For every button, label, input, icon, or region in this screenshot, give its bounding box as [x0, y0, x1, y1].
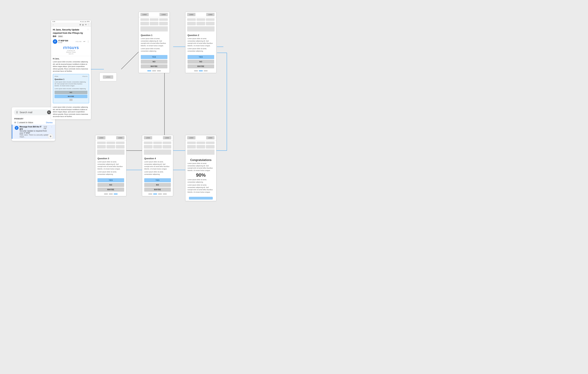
wf4-no-btn[interactable]: NO	[144, 183, 171, 187]
wfc-nav1	[187, 142, 196, 144]
wf1-img3	[159, 22, 168, 25]
wf3-yes-btn[interactable]: YES	[97, 178, 124, 182]
status-time: 6:59	[52, 21, 55, 22]
wf1-logo2: LOGO	[159, 13, 168, 16]
more-icon[interactable]: ⋮	[88, 23, 90, 26]
reply-icon[interactable]: ↩	[84, 40, 85, 43]
congrats-body3: Lorem ipsum dolor sit amet, consectetur …	[188, 184, 214, 193]
sender-info: IT MSP Bill to me	[58, 40, 75, 43]
wf4-dot4	[163, 193, 167, 195]
avatar: M	[15, 126, 19, 130]
message-subject: Security Update is required from your IT…	[20, 130, 50, 134]
email-body: Hi Jane, Lorem ipsum dolor sit amet, con…	[51, 56, 91, 74]
wfc-img2	[197, 145, 205, 148]
email-toolbar: ← ⊠ 🗑 ✉ ⋮	[51, 23, 91, 27]
gmail-sidebar: ☰ Search mail PRIMARY ✉ 1 unsent in Inbo…	[12, 107, 55, 141]
message-time: 9:32 PM	[44, 126, 50, 130]
wf3-dot1	[104, 193, 108, 195]
wf1-yes-btn[interactable]: YES	[141, 55, 168, 59]
eq-nav-btn[interactable]	[69, 99, 73, 101]
wf4-logo2: LOGO	[163, 136, 171, 139]
wf2-no-btn[interactable]: NO	[188, 60, 214, 64]
eq-header-left: PRSK	[54, 76, 58, 77]
email-title-area: Hi Jane, Security Update required from t…	[51, 27, 91, 39]
sender-name: IT MSP Bill	[58, 40, 75, 42]
eq-no-button[interactable]: NO	[54, 91, 87, 94]
wf4-img3	[163, 145, 171, 148]
wf4-body: Question 4 Lorem ipsum dolor sit amet, c…	[142, 156, 173, 177]
wfc-logo2: LOGO	[206, 136, 215, 139]
email-detail-panel: 6:59 ● ▲ ▲ ▲ 45% ← ⊠ 🗑 ✉ ⋮ Hi Jane, Secu…	[51, 21, 91, 119]
wf1-nav1	[140, 18, 149, 21]
wf3-img3	[116, 145, 125, 148]
wf1-subtext: Lorem ipsum dolor sit amet, consectetur …	[141, 48, 168, 52]
wf3-dot3	[114, 193, 117, 195]
archive-icon[interactable]: ⊠	[79, 23, 81, 26]
inbox-badge: Inbox	[58, 35, 63, 37]
wf1-header: LOGO LOGO	[139, 12, 169, 17]
wf3-nav3	[116, 142, 125, 144]
wf3-banner	[97, 150, 125, 155]
wfc-body: Congratulations Lorem ipsum dolor sit am…	[185, 156, 216, 195]
wf3-dot2	[109, 193, 113, 195]
inbox-row: ✉ 1 unsent in Inbox Dismiss	[12, 120, 55, 125]
wfc-nav	[185, 141, 216, 145]
email-body-2: Lorem ipsum dolor sit amet, consectetur …	[51, 105, 91, 119]
wf1-maybe-btn[interactable]: MAYBE	[141, 64, 168, 68]
search-button[interactable]	[47, 110, 51, 114]
wf1-no-btn[interactable]: NO	[141, 60, 168, 64]
wfc-logo1: LOGO	[187, 136, 196, 139]
wf3-maybe-btn[interactable]: MAYBE	[97, 187, 124, 192]
status-icons: ● ▲ ▲ ▲ 45%	[80, 21, 90, 22]
wf4-maybe-btn[interactable]: MAYBE	[144, 187, 171, 192]
wf1-img2	[150, 22, 158, 25]
wf1-imgs	[139, 22, 169, 26]
star-icon[interactable]: ☆	[51, 126, 53, 128]
wireframe-congratulations: LOGO LOGO Congratulations Lorem ipsum do…	[185, 135, 216, 201]
wfc-imgs	[185, 145, 216, 150]
eq-maybe-button[interactable]: MAYBE	[54, 95, 87, 98]
wf2-text: Lorem ipsum dolor sit amet, consectetur …	[188, 38, 214, 47]
email-sender-row: IT IT MSP Bill to me 9:31 AM ↩ ⋮	[51, 39, 91, 44]
company-address: 13 Norreys CIFKitchener, OntarioN2A 1T5	[51, 50, 91, 55]
dismiss-button[interactable]: Dismiss	[46, 122, 53, 124]
wf4-yes-btn[interactable]: YES	[144, 178, 171, 182]
wf3-logo1: LOGO	[97, 136, 105, 139]
mail-icon[interactable]: ✉	[85, 23, 87, 26]
wf3-no-btn[interactable]: NO	[97, 183, 124, 187]
email-question-box: PRSK ITGUYS Question 1 Lorem ipsum dolor…	[53, 74, 89, 104]
wf2-img1	[187, 22, 196, 25]
wf2-dot2	[199, 70, 203, 72]
wf2-title: Question 2	[188, 34, 214, 37]
email-greeting: Hi Jane,	[53, 57, 89, 60]
wf3-nav	[95, 141, 126, 145]
logo-inner: LOGO	[103, 75, 113, 79]
back-icon[interactable]: ←	[52, 24, 54, 26]
wf2-yes-btn[interactable]: YES	[188, 55, 214, 59]
inbox-count: 1 unsent in Inbox	[17, 121, 45, 124]
delete-icon[interactable]: 🗑	[82, 24, 84, 26]
primary-label: PRIMARY	[12, 117, 55, 120]
wf1-dot1	[147, 70, 151, 72]
wf2-maybe-btn[interactable]: MAYBE	[188, 64, 214, 68]
wf3-img1	[97, 145, 106, 148]
wf4-nav	[142, 141, 173, 145]
wf2-dot3	[204, 70, 208, 72]
wf3-nav2	[106, 142, 115, 144]
wf2-logo2: LOGO	[206, 13, 215, 16]
eq-question-title: Question 1	[54, 78, 87, 80]
wf4-dot3	[158, 193, 162, 195]
sender-to: to me	[58, 42, 75, 43]
email-body-text-2: Lorem ipsum dolor sit amet, consectetur …	[53, 106, 89, 118]
search-label: Search mail	[20, 111, 46, 114]
wf4-text: Lorem ipsum dolor sit amet, consectetur …	[144, 161, 171, 170]
more-icon[interactable]: ⋮	[87, 40, 89, 43]
congrats-button[interactable]	[189, 197, 213, 199]
wf4-dot1	[148, 193, 152, 195]
wf4-subtext: Lorem ipsum dolor sit amet, consectetur …	[144, 171, 171, 176]
email-subject: Hi Jane, Security Update required from t…	[53, 28, 83, 38]
wf3-logo2: LOGO	[116, 136, 125, 139]
star-icon[interactable]: ☆	[87, 28, 89, 31]
compose-button[interactable]: +	[48, 134, 53, 139]
search-bar[interactable]: ☰ Search mail	[14, 109, 53, 115]
